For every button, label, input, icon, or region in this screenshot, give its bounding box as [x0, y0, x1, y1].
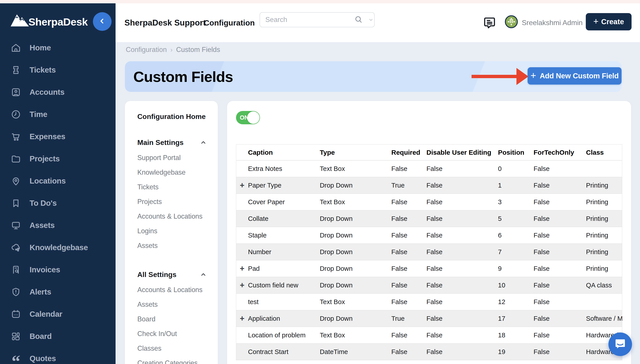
table-row[interactable]: Extra Notes Text Box False False 0 False	[236, 160, 622, 177]
expand-plus-icon[interactable]: +	[236, 280, 248, 290]
column-header-caption: Caption	[248, 149, 320, 156]
table-row[interactable]: Location of problem Text Box False False…	[236, 327, 622, 344]
sidebar-item-quotes[interactable]: “ Quotes	[0, 347, 116, 364]
chat-icon	[614, 338, 626, 350]
table-row[interactable]: Contract Start DateTime False False 19 F…	[236, 344, 622, 360]
cell-type: Drop Down	[320, 215, 391, 222]
sidebar-item-projects[interactable]: Projects	[0, 148, 116, 170]
browser-top-strip	[0, 0, 640, 3]
table-row[interactable]: + Paper Type Drop Down True False 1 Fals…	[236, 177, 622, 194]
table-row[interactable]: + Pad Drop Down False False 9 False Prin…	[236, 260, 622, 277]
create-button[interactable]: + Create	[586, 13, 631, 30]
table-header-row: Caption Type Required Disable User Editi…	[236, 144, 622, 160]
cell-required: False	[391, 198, 426, 206]
header-section-configuration[interactable]: Configuration	[204, 3, 255, 42]
config-link-board[interactable]: Board	[137, 312, 218, 326]
cell-caption: Location of problem	[248, 331, 320, 339]
add-new-custom-field-button[interactable]: + Add New Custom Field	[528, 67, 621, 84]
sidebar-nav: Home Tickets Accounts Time Expenses Proj…	[0, 36, 116, 364]
user-name[interactable]: Sreelakshmi Admin	[522, 3, 583, 42]
cell-fortechonly: False	[534, 348, 586, 356]
cell-disable-user-editing: False	[426, 282, 498, 289]
cell-class: Printing	[586, 232, 622, 239]
map-pin-icon	[11, 176, 21, 186]
table-row[interactable]: + Application Drop Down True False 17 Fa…	[236, 310, 622, 327]
sidebar-item-time[interactable]: Time	[0, 103, 116, 126]
table-row[interactable]: test Text Box False False 12 False	[236, 294, 622, 310]
plus-icon: +	[593, 17, 598, 26]
config-link-all-accounts-locations[interactable]: Accounts & Locations	[137, 282, 218, 297]
sidebar-item-assets[interactable]: Assets	[0, 214, 116, 236]
cell-class: Printing	[586, 215, 622, 222]
live-chat-bubble[interactable]	[608, 332, 632, 356]
table-row[interactable]: Number Drop Down False False 7 False Pri…	[236, 244, 622, 260]
config-section-main-settings[interactable]: Main Settings	[137, 138, 207, 147]
sidebar-collapse-button[interactable]	[93, 12, 112, 31]
cell-type: Text Box	[320, 165, 391, 172]
cloud-share-icon	[11, 242, 21, 253]
sidebar-item-expenses[interactable]: Expenses	[0, 126, 116, 148]
feedback-message-icon[interactable]	[483, 16, 496, 30]
table-row[interactable]: Cover Paper Text Box False False 3 False…	[236, 194, 622, 210]
expand-plus-icon[interactable]: +	[236, 181, 248, 190]
table-row[interactable]: + Custom field new Drop Down False False…	[236, 277, 622, 294]
user-avatar[interactable]: xx xx	[505, 15, 518, 28]
config-link-all-assets[interactable]: Assets	[137, 297, 218, 312]
cell-caption: Application	[248, 315, 320, 322]
cell-required: False	[391, 265, 426, 272]
app-logo[interactable]: SherpaDesk	[9, 13, 88, 31]
cell-fortechonly: False	[534, 282, 586, 289]
cell-position: 6	[498, 232, 534, 239]
sidebar-item-todos[interactable]: To Do's	[0, 192, 116, 214]
cell-type: Drop Down	[320, 232, 391, 239]
cell-type: DateTime	[320, 348, 391, 356]
sidebar-item-accounts[interactable]: Accounts	[0, 81, 116, 103]
search-scope-chevron-icon[interactable]	[368, 17, 374, 23]
custom-fields-enabled-toggle[interactable]: ON	[236, 111, 260, 124]
sidebar-item-invoices[interactable]: Invoices	[0, 258, 116, 281]
sidebar-item-board[interactable]: Board	[0, 325, 116, 347]
config-section-all-settings[interactable]: All Settings	[137, 270, 207, 279]
sidebar-item-home[interactable]: Home	[0, 36, 116, 59]
breadcrumb-configuration[interactable]: Configuration	[126, 46, 167, 54]
cell-position: 12	[498, 298, 534, 306]
sidebar-item-calendar[interactable]: Calendar	[0, 303, 116, 325]
config-link-knowledgebase[interactable]: Knowledgebase	[137, 165, 218, 180]
sidebar-item-knowledgebase[interactable]: Knowledgebase	[0, 236, 116, 258]
ticket-icon	[11, 65, 21, 75]
cell-caption: Collate	[248, 215, 320, 222]
account-title[interactable]: SherpaDesk Support	[124, 3, 206, 42]
sidebar-item-locations[interactable]: Locations	[0, 170, 116, 192]
top-header: SherpaDesk Support Configuration xx xx S…	[116, 3, 640, 42]
cart-icon	[11, 132, 21, 142]
config-link-accounts-locations[interactable]: Accounts & Locations	[137, 209, 218, 224]
config-link-assets[interactable]: Assets	[137, 238, 218, 253]
table-row[interactable]: Staple Drop Down False False 6 False Pri…	[236, 227, 622, 244]
cell-type: Text Box	[320, 298, 391, 306]
cell-fortechonly: False	[534, 298, 586, 306]
user-card-icon	[11, 87, 21, 98]
config-link-creation-categories[interactable]: Creation Categories	[137, 356, 218, 364]
table-row[interactable]: Collate Drop Down False False 5 False Pr…	[236, 210, 622, 227]
sidebar-item-alerts[interactable]: Alerts	[0, 281, 116, 303]
config-link-projects[interactable]: Projects	[137, 194, 218, 209]
cell-caption: Contract Start	[248, 348, 320, 356]
table-body: Extra Notes Text Box False False 0 False…	[236, 160, 622, 360]
config-link-support-portal[interactable]: Support Portal	[137, 150, 218, 165]
cell-required: True	[391, 182, 426, 189]
column-header-disable-user-editing: Disable User Editing	[426, 149, 498, 156]
expand-plus-icon[interactable]: +	[236, 264, 248, 273]
config-link-tickets[interactable]: Tickets	[137, 180, 218, 194]
sidebar-item-tickets[interactable]: Tickets	[0, 59, 116, 81]
config-link-check-in-out[interactable]: Check In/Out	[137, 326, 218, 341]
config-link-logins[interactable]: Logins	[137, 224, 218, 238]
search-input[interactable]	[260, 16, 354, 24]
cell-position: 19	[498, 348, 534, 356]
mountain-logo-icon	[9, 13, 31, 31]
config-nav-home-link[interactable]: Configuration Home	[137, 112, 218, 121]
cell-caption: Number	[248, 248, 320, 256]
expand-plus-icon[interactable]: +	[236, 314, 248, 323]
plus-icon: +	[530, 70, 536, 80]
config-link-classes[interactable]: Classes	[137, 341, 218, 356]
cell-type: Text Box	[320, 198, 391, 206]
